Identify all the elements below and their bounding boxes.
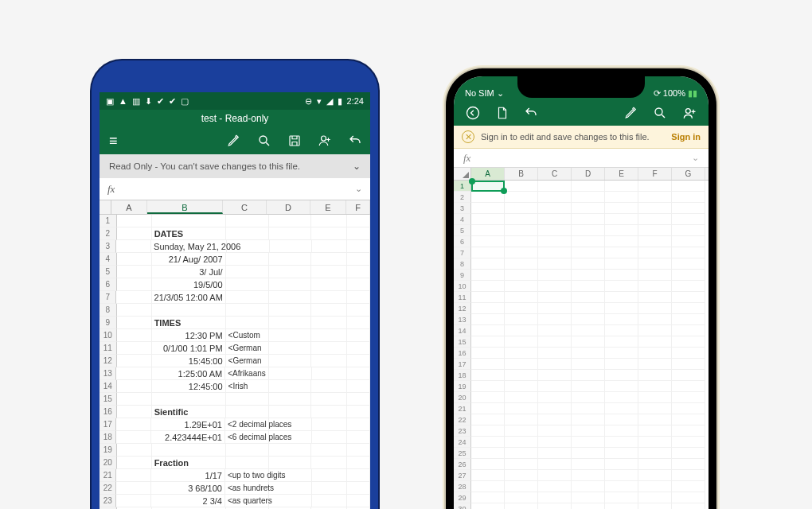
- cell[interactable]: [152, 215, 226, 227]
- cell[interactable]: [311, 215, 346, 227]
- cell[interactable]: [605, 336, 638, 348]
- cell[interactable]: [311, 329, 346, 342]
- cell[interactable]: [226, 393, 269, 406]
- row-header[interactable]: 15: [454, 336, 471, 348]
- cell[interactable]: [638, 203, 672, 214]
- menu-icon[interactable]: ≡: [109, 133, 118, 150]
- row-header[interactable]: 18: [454, 370, 471, 381]
- table-row[interactable]: 12: [454, 303, 709, 314]
- row-header[interactable]: 8: [100, 304, 117, 317]
- cell[interactable]: [269, 406, 312, 418]
- close-icon[interactable]: ✕: [462, 130, 474, 143]
- cell[interactable]: [347, 380, 370, 393]
- cell[interactable]: [116, 495, 151, 507]
- cell[interactable]: [269, 495, 312, 507]
- row-header[interactable]: 22: [454, 414, 471, 425]
- cell[interactable]: [471, 425, 505, 437]
- cell[interactable]: [505, 247, 538, 258]
- undo-icon[interactable]: [348, 134, 362, 148]
- cell[interactable]: [117, 342, 152, 355]
- read-only-banner[interactable]: Read Only - You can't save changes to th…: [100, 154, 370, 178]
- cell[interactable]: [471, 270, 505, 281]
- table-row[interactable]: 16Sientific: [100, 406, 370, 418]
- cell[interactable]: [538, 236, 572, 247]
- table-row[interactable]: 2: [454, 192, 709, 203]
- cell[interactable]: [605, 425, 638, 437]
- cell[interactable]: [227, 240, 269, 253]
- cell[interactable]: [538, 437, 572, 448]
- cell[interactable]: [538, 192, 572, 203]
- cell[interactable]: [638, 459, 672, 470]
- cell[interactable]: 2 3/4: [151, 495, 225, 507]
- table-row[interactable]: 26: [454, 459, 709, 470]
- cell[interactable]: [505, 459, 538, 470]
- cell[interactable]: [117, 355, 152, 367]
- cell[interactable]: 12:45:00: [152, 380, 226, 393]
- cell[interactable]: [605, 459, 638, 470]
- cell[interactable]: [672, 181, 705, 192]
- cell[interactable]: [471, 392, 505, 403]
- cell[interactable]: [538, 348, 572, 359]
- cell[interactable]: [117, 380, 152, 393]
- cell[interactable]: [269, 393, 312, 406]
- cell[interactable]: [572, 437, 605, 448]
- row-header[interactable]: 6: [100, 278, 117, 291]
- cell[interactable]: [505, 203, 538, 214]
- cell[interactable]: [672, 492, 705, 503]
- cell[interactable]: [269, 291, 312, 304]
- cell[interactable]: [152, 444, 226, 457]
- cell[interactable]: [311, 393, 346, 406]
- cell[interactable]: 15:45:00: [152, 355, 226, 367]
- spreadsheet-grid[interactable]: ABCDEFG 12345678910111213141516171819202…: [454, 168, 709, 509]
- cell[interactable]: [117, 406, 152, 418]
- cell[interactable]: [572, 392, 605, 403]
- cell[interactable]: [538, 336, 572, 348]
- column-header[interactable]: B: [147, 200, 223, 214]
- row-header[interactable]: 29: [454, 492, 471, 503]
- cell[interactable]: [672, 481, 705, 492]
- cell[interactable]: 12:30 PM: [152, 329, 226, 342]
- cell[interactable]: [269, 215, 312, 227]
- cell[interactable]: [538, 481, 572, 492]
- row-header[interactable]: 21: [454, 403, 471, 414]
- row-header[interactable]: 16: [100, 406, 117, 418]
- cell[interactable]: [471, 470, 505, 481]
- cell[interactable]: [505, 503, 538, 509]
- table-row[interactable]: 28: [454, 481, 709, 492]
- column-header[interactable]: E: [310, 200, 346, 214]
- cell[interactable]: [672, 459, 705, 470]
- table-row[interactable]: 131:25:00 AM<Afrikaans: [100, 367, 370, 380]
- cell[interactable]: [672, 270, 705, 281]
- table-row[interactable]: 29: [454, 492, 709, 503]
- cell[interactable]: [311, 444, 346, 457]
- cell[interactable]: [117, 457, 152, 469]
- cell[interactable]: [672, 192, 705, 203]
- row-header[interactable]: 25: [454, 448, 471, 459]
- cell[interactable]: [572, 203, 605, 214]
- row-header[interactable]: 24: [454, 437, 471, 448]
- table-row[interactable]: 14: [454, 325, 709, 336]
- cell[interactable]: [572, 348, 605, 359]
- cell[interactable]: [226, 444, 269, 457]
- table-row[interactable]: 9: [454, 270, 709, 281]
- row-header[interactable]: 13: [100, 367, 116, 380]
- row-header[interactable]: 20: [454, 392, 471, 403]
- cell[interactable]: [505, 492, 538, 503]
- row-header[interactable]: 3: [100, 240, 116, 253]
- cell[interactable]: [672, 247, 705, 258]
- cell[interactable]: [312, 240, 347, 253]
- cell[interactable]: [538, 314, 572, 325]
- cell[interactable]: [269, 469, 312, 482]
- table-row[interactable]: 18: [454, 370, 709, 381]
- cell[interactable]: 3/ Jul/: [152, 266, 226, 278]
- column-header[interactable]: E: [605, 168, 638, 180]
- cell[interactable]: [505, 437, 538, 448]
- cell[interactable]: [572, 314, 605, 325]
- row-header[interactable]: 7: [454, 247, 471, 258]
- table-row[interactable]: 7: [454, 247, 709, 258]
- search-icon[interactable]: [257, 134, 271, 148]
- cell[interactable]: [471, 181, 505, 192]
- cell[interactable]: [672, 236, 705, 247]
- row-header[interactable]: 21: [100, 469, 116, 482]
- cell[interactable]: <German: [226, 355, 269, 367]
